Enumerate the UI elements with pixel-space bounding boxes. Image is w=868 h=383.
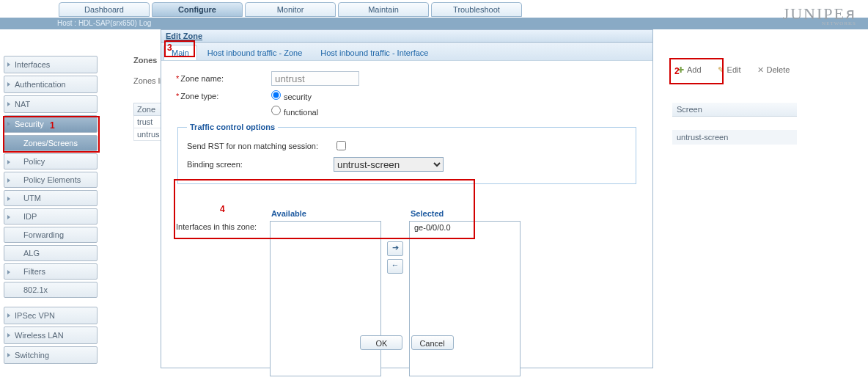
selected-header: Selected: [411, 209, 444, 218]
dialog-body: *Zone name: *Zone type: security functio…: [161, 61, 652, 356]
delete-label: Delete: [767, 62, 790, 78]
radio-functional[interactable]: functional: [271, 106, 318, 117]
dialog-tab-iface[interactable]: Host inbound traffic - Interface: [312, 45, 436, 60]
available-header: Available: [271, 209, 306, 218]
move-right-button[interactable]: ➔: [387, 241, 403, 256]
sidebar-item-policy[interactable]: Policy: [4, 153, 98, 169]
interfaces-in-zone-label: Interfaces in this zone:: [176, 221, 264, 231]
radio-security-input[interactable]: [271, 90, 281, 100]
sidebar-item-forwarding[interactable]: Forwarding: [4, 227, 98, 243]
arrow-right-icon: ➔: [392, 243, 399, 252]
edit-zone-dialog: Edit Zone Main Host inbound traffic - Zo…: [161, 29, 653, 368]
tab-monitor[interactable]: Monitor: [245, 2, 336, 17]
zone-type-label: *Zone type:: [176, 92, 271, 101]
selected-item[interactable]: ge-0/0/0.0: [410, 222, 520, 233]
available-list[interactable]: [270, 221, 381, 376]
add-label: Add: [687, 62, 702, 78]
annotation-num-4: 4: [220, 204, 225, 214]
sidebar-item-zones-screens[interactable]: Zones/Screens: [4, 135, 98, 151]
tab-configure[interactable]: Configure: [152, 2, 243, 17]
zone-col-header: Zone: [133, 103, 163, 116]
delete-icon: ✕: [757, 62, 764, 78]
annotation-num-3: 3: [167, 43, 172, 53]
sidebar-item-dot1x[interactable]: 802.1x: [4, 282, 98, 298]
move-left-button[interactable]: ←: [387, 259, 403, 274]
traffic-control-fieldset: Traffic control options Send RST for non…: [177, 123, 636, 184]
binding-screen-select[interactable]: untrust-screen: [334, 157, 444, 172]
tab-troubleshoot[interactable]: Troubleshoot: [431, 2, 522, 17]
sidebar-item-policy-elements[interactable]: Policy Elements: [4, 172, 98, 188]
tab-dashboard[interactable]: Dashboard: [59, 2, 150, 17]
send-rst-label: Send RST for non matching session:: [187, 142, 334, 150]
host-strip: Host : HDL-SAP(srx650) Log: [0, 18, 868, 29]
sidebar: Interfaces Authentication NAT Security Z…: [4, 56, 98, 366]
radio-functional-input[interactable]: [271, 106, 281, 115]
zone-row[interactable]: untrus: [133, 128, 163, 141]
binding-screen-label: Binding screen:: [187, 160, 334, 169]
screen-col-value[interactable]: untrust-screen: [672, 130, 797, 145]
zones-list-label: Zones li: [133, 76, 162, 85]
action-bar: ✚ Add ✎ Edit ✕ Delete: [672, 62, 795, 78]
sidebar-item-nat[interactable]: NAT: [4, 95, 98, 113]
annotation-num-2: 2: [674, 66, 680, 76]
sidebar-item-alg[interactable]: ALG: [4, 245, 98, 261]
annotation-num-1: 1: [50, 120, 55, 131]
sidebar-item-filters[interactable]: Filters: [4, 263, 98, 280]
dialog-tabs: Main Host inbound traffic - Zone Host in…: [161, 43, 652, 61]
sidebar-item-interfaces[interactable]: Interfaces: [4, 56, 98, 73]
send-rst-checkbox[interactable]: [336, 141, 346, 150]
zone-row[interactable]: trust: [133, 116, 163, 128]
zone-name-label: *Zone name:: [176, 74, 271, 83]
cancel-button[interactable]: Cancel: [411, 335, 454, 350]
traffic-control-legend: Traffic control options: [187, 123, 278, 131]
delete-button[interactable]: ✕ Delete: [751, 62, 796, 78]
selected-list[interactable]: ge-0/0/0.0: [409, 221, 521, 376]
top-tabbar: Dashboard Configure Monitor Maintain Tro…: [0, 2, 868, 18]
host-label: Host : HDL-SAP(srx650) Log: [57, 18, 151, 29]
sidebar-item-authentication[interactable]: Authentication: [4, 76, 98, 93]
sidebar-item-switching[interactable]: Switching: [4, 346, 98, 364]
sidebar-item-ipsec-vpn[interactable]: IPSec VPN: [4, 307, 98, 324]
dialog-title: Edit Zone: [161, 30, 652, 43]
ok-button[interactable]: OK: [360, 335, 402, 350]
screen-column: Screen untrust-screen: [672, 103, 797, 145]
edit-label: Edit: [727, 62, 741, 78]
zone-name-input[interactable]: [271, 71, 359, 86]
screen-col-header: Screen: [672, 103, 797, 117]
edit-icon: ✎: [718, 62, 724, 78]
zones-heading: Zones: [133, 56, 157, 65]
sidebar-item-wireless-lan[interactable]: Wireless LAN: [4, 327, 98, 344]
arrow-left-icon: ←: [391, 260, 400, 269]
sidebar-item-idp[interactable]: IDP: [4, 208, 98, 225]
sidebar-item-utm[interactable]: UTM: [4, 190, 98, 206]
radio-security[interactable]: security: [271, 90, 312, 101]
tab-maintain[interactable]: Maintain: [338, 2, 429, 17]
dialog-tab-zone[interactable]: Host inbound traffic - Zone: [199, 45, 310, 60]
brand-logo: JUNIPEᴙ NETWORKS: [783, 4, 856, 26]
zones-column: Zone trust untrus: [133, 103, 163, 141]
edit-button[interactable]: ✎ Edit: [712, 62, 747, 78]
